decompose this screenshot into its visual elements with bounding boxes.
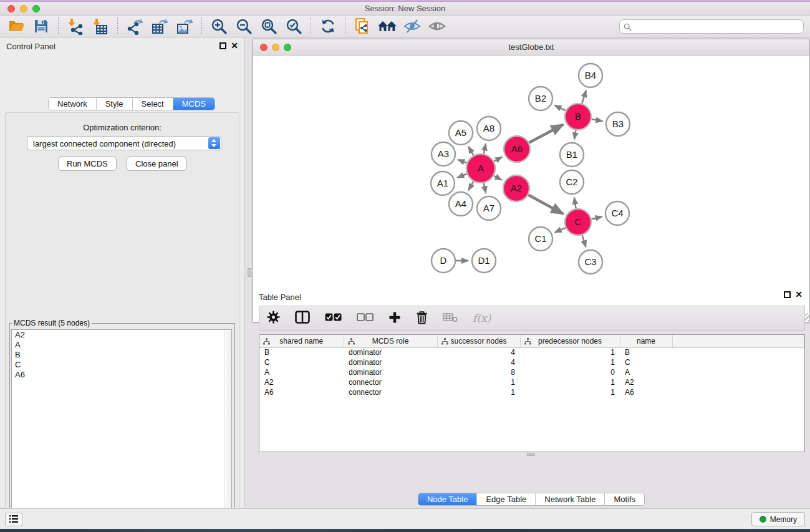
save-session-button[interactable] [29,17,54,36]
delete-table-button[interactable] [443,312,458,324]
export-network-button[interactable] [122,17,147,36]
edge-A-A1[interactable] [457,174,466,178]
table-cell[interactable]: 1 [520,377,620,387]
table-cell[interactable]: 1 [520,347,620,357]
table-row[interactable]: Cdominator41C [259,357,804,367]
new-network-from-selection-button[interactable] [350,17,375,36]
table-cell[interactable]: 1 [437,377,520,387]
edge-C-C4[interactable] [591,216,602,219]
tab-mcds[interactable]: MCDS [173,98,215,110]
table-cell[interactable]: B [259,347,344,357]
import-network-button[interactable] [63,17,88,36]
splitter-handle[interactable] [248,268,251,277]
add-column-button[interactable] [388,311,401,326]
export-image-button[interactable] [172,17,197,36]
table-float-panel-icon[interactable] [784,291,791,298]
function-builder-button[interactable]: f(x) [473,312,491,324]
table-cell[interactable]: B [620,347,672,357]
import-table-button[interactable] [88,17,113,36]
table-row[interactable]: Bdominator41B [259,347,804,357]
memory-button[interactable]: Memory [751,512,805,526]
mcds-result-item[interactable]: A2 [12,330,231,340]
table-tab-motifs[interactable]: Motifs [605,493,644,505]
edge-A-A7[interactable] [484,183,486,193]
edge-B-B2[interactable] [555,105,566,111]
network-canvas[interactable]: B4B2BB3A8A5A6A3B1AC2A1A2A4A7C4CC1DD1C3 [253,56,809,322]
mcds-result-item[interactable]: A6 [12,370,231,380]
edge-A6-B[interactable] [529,125,563,143]
column-view-button[interactable] [295,311,310,326]
run-mcds-button[interactable]: Run MCDS [58,157,117,171]
search-input[interactable] [619,19,804,34]
table-cell[interactable]: dominator [344,357,437,367]
table-cell[interactable]: A2 [620,377,672,387]
task-history-button[interactable] [5,513,22,526]
table-settings-button[interactable] [267,311,280,326]
table-cell[interactable]: A6 [620,387,672,397]
table-cell[interactable]: A2 [259,377,344,387]
export-table-button[interactable] [147,17,172,36]
table-cell[interactable]: A [620,367,672,377]
table-cell[interactable]: 8 [437,367,520,377]
table-cell[interactable]: connector [344,387,437,397]
table-cell[interactable]: 4 [437,347,520,357]
table-tab-network-table[interactable]: Network Table [536,493,605,505]
table-close-panel-icon[interactable]: ✕ [795,289,803,299]
edge-B-B1[interactable] [574,130,576,140]
zoom-selected-button[interactable] [281,17,306,36]
mcds-result-item[interactable]: A [12,340,231,350]
column-header-name[interactable]: name [620,335,672,347]
close-panel-button[interactable]: Close panel [127,157,187,171]
network-home-button[interactable] [375,17,400,36]
tab-network[interactable]: Network [49,98,97,110]
table-cell[interactable]: 1 [520,387,620,397]
table-cell[interactable]: 0 [520,367,620,377]
column-header-predecessor-nodes[interactable]: predecessor nodes [520,335,620,347]
table-cell[interactable]: connector [344,377,437,387]
table-cell[interactable]: C [259,357,344,367]
node-table[interactable]: shared nameMCDS rolesuccessor nodesprede… [259,335,804,397]
column-header-shared-name[interactable]: shared name [259,335,344,347]
table-cell[interactable]: A6 [259,387,344,397]
edge-B-B3[interactable] [592,119,603,121]
edge-C-C1[interactable] [555,228,566,233]
zoom-fit-button[interactable] [256,17,281,36]
tab-select[interactable]: Select [133,98,173,110]
edge-C-C3[interactable] [582,235,586,247]
result-list-scrollbar[interactable] [224,331,231,532]
select-all-button[interactable] [325,313,342,323]
unselect-all-button[interactable] [357,313,374,323]
zoom-out-button[interactable] [231,17,256,36]
table-row[interactable]: Adominator80A [259,367,804,377]
close-panel-icon[interactable]: ✕ [231,41,238,51]
refresh-button[interactable] [316,17,340,36]
tab-style[interactable]: Style [97,98,133,110]
edge-A-A4[interactable] [468,181,473,190]
table-row[interactable]: A6connector11A6 [259,387,804,397]
criterion-select[interactable]: largest connected component (directed) [27,136,221,150]
table-cell[interactable]: C [620,357,672,367]
zoom-in-button[interactable] [206,17,231,36]
float-panel-icon[interactable] [219,42,226,49]
table-cell[interactable]: dominator [344,347,437,357]
mcds-result-item[interactable]: B [12,350,231,360]
open-session-button[interactable] [4,17,29,36]
edge-A-A8[interactable] [484,143,486,153]
mcds-result-list[interactable]: A2ABCA6 [11,329,232,532]
hide-selected-button[interactable] [400,17,425,36]
table-cell[interactable]: 1 [520,357,620,367]
delete-column-button[interactable] [416,311,428,326]
mcds-result-item[interactable]: C [12,360,231,370]
column-header-mcds-role[interactable]: MCDS role [344,335,437,347]
table-cell[interactable]: 1 [437,387,520,397]
table-cell[interactable]: 4 [437,357,520,367]
edge-A-A2[interactable] [494,176,502,180]
edge-A-A3[interactable] [458,160,466,163]
column-header-successor-nodes[interactable]: successor nodes [437,335,520,347]
network-window-titlebar[interactable]: testGlobe.txt [253,39,809,56]
table-tab-edge-table[interactable]: Edge Table [477,493,536,505]
edge-A-A6[interactable] [494,157,502,162]
edge-B-B4[interactable] [582,90,586,104]
table-cell[interactable]: dominator [344,367,437,377]
table-row[interactable]: A2connector11A2 [259,377,804,387]
